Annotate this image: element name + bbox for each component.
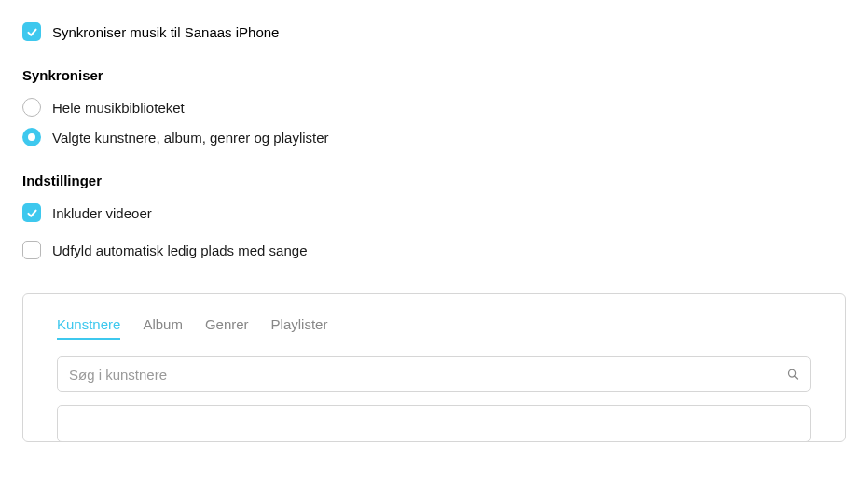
check-icon <box>26 207 38 219</box>
autofill-checkbox[interactable] <box>22 241 41 259</box>
sync-music-checkbox[interactable] <box>22 22 41 41</box>
sync-music-row: Synkroniser musik til Sanaas iPhone <box>22 22 846 41</box>
tab-playlists[interactable]: Playlister <box>271 316 328 340</box>
radio-selected-row: Valgte kunstnere, album, genrer og playl… <box>22 128 846 146</box>
radio-entire-library[interactable] <box>22 98 41 117</box>
radio-entire-library-row: Hele musikbiblioteket <box>22 98 846 117</box>
include-videos-label: Inkluder videoer <box>52 205 152 221</box>
autofill-row: Udfyld automatisk ledig plads med sange <box>22 241 846 259</box>
radio-entire-library-label: Hele musikbiblioteket <box>52 100 185 116</box>
svg-line-1 <box>795 376 798 379</box>
include-videos-checkbox[interactable] <box>22 203 41 222</box>
autofill-label: Udfyld automatisk ledig plads med sange <box>52 243 308 258</box>
radio-inner-dot <box>28 133 35 141</box>
check-icon <box>26 26 38 38</box>
search-input[interactable] <box>57 356 811 392</box>
content-list <box>57 405 811 442</box>
sync-music-label: Synkroniser musik til Sanaas iPhone <box>52 24 279 40</box>
tab-albums[interactable]: Album <box>143 316 183 340</box>
include-videos-row: Inkluder videoer <box>22 203 846 222</box>
settings-section-title: Indstillinger <box>22 173 846 188</box>
tab-artists[interactable]: Kunstnere <box>57 316 120 340</box>
radio-selected-items[interactable] <box>22 128 41 146</box>
content-panel: Kunstnere Album Genrer Playlister <box>22 293 846 442</box>
synchronize-section-title: Synkroniser <box>22 67 846 83</box>
search-icon <box>786 368 800 382</box>
search-container <box>57 356 811 392</box>
radio-selected-items-label: Valgte kunstnere, album, genrer og playl… <box>52 130 329 146</box>
tab-genres[interactable]: Genrer <box>205 316 249 340</box>
content-tabs: Kunstnere Album Genrer Playlister <box>57 316 811 340</box>
